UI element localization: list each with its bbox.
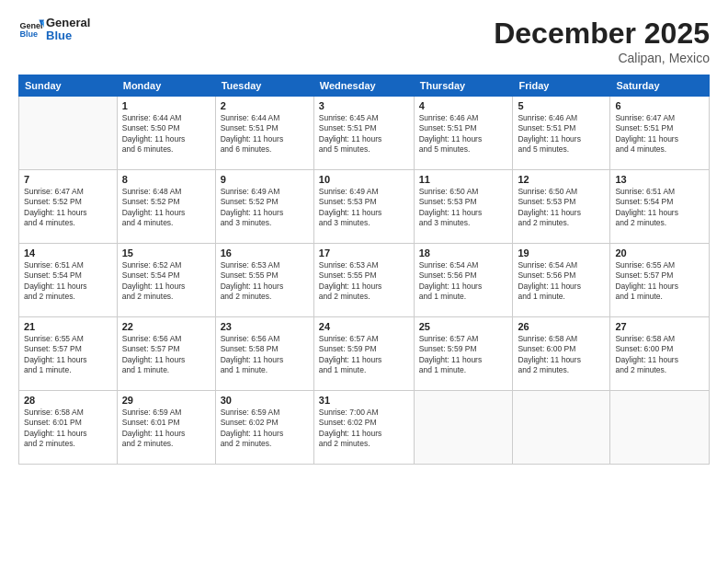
day-info: Sunrise: 6:59 AMSunset: 6:02 PMDaylight:…	[221, 408, 309, 450]
calendar-cell: 7Sunrise: 6:47 AMSunset: 5:52 PMDaylight…	[19, 170, 118, 244]
day-number: 4	[419, 100, 508, 111]
calendar-cell: 1Sunrise: 6:44 AMSunset: 5:50 PMDaylight…	[117, 97, 215, 170]
col-monday: Monday	[117, 75, 215, 97]
calendar-cell: 24Sunrise: 6:57 AMSunset: 5:59 PMDayligh…	[313, 317, 414, 391]
day-info: Sunrise: 6:50 AMSunset: 5:53 PMDaylight:…	[518, 187, 605, 229]
calendar-cell: 17Sunrise: 6:53 AMSunset: 5:55 PMDayligh…	[313, 244, 414, 317]
calendar-cell: 2Sunrise: 6:44 AMSunset: 5:51 PMDaylight…	[215, 97, 313, 170]
calendar-week-row: 28Sunrise: 6:58 AMSunset: 6:01 PMDayligh…	[19, 391, 710, 465]
day-info: Sunrise: 6:51 AMSunset: 5:54 PMDaylight:…	[615, 187, 704, 229]
title-block: December 2025 Calipan, Mexico	[494, 17, 710, 65]
col-saturday: Saturday	[610, 75, 710, 97]
day-number: 31	[319, 395, 409, 406]
logo-blue: Blue	[46, 29, 72, 42]
day-number: 16	[221, 247, 309, 259]
day-info: Sunrise: 6:46 AMSunset: 5:51 PMDaylight:…	[419, 113, 508, 155]
day-info: Sunrise: 6:58 AMSunset: 6:00 PMDaylight:…	[615, 334, 704, 376]
day-info: Sunrise: 6:58 AMSunset: 6:01 PMDaylight:…	[24, 408, 112, 450]
calendar-cell: 16Sunrise: 6:53 AMSunset: 5:55 PMDayligh…	[215, 244, 313, 317]
calendar-header-row: Sunday Monday Tuesday Wednesday Thursday…	[19, 75, 710, 97]
day-number: 30	[221, 395, 309, 406]
day-number: 24	[319, 321, 409, 332]
calendar-cell: 13Sunrise: 6:51 AMSunset: 5:54 PMDayligh…	[610, 170, 710, 244]
calendar-cell: 28Sunrise: 6:58 AMSunset: 6:01 PMDayligh…	[19, 391, 118, 465]
calendar-week-row: 7Sunrise: 6:47 AMSunset: 5:52 PMDaylight…	[19, 170, 710, 244]
day-info: Sunrise: 6:50 AMSunset: 5:53 PMDaylight:…	[419, 187, 508, 229]
calendar-cell: 3Sunrise: 6:45 AMSunset: 5:51 PMDaylight…	[313, 97, 414, 170]
calendar-cell: 14Sunrise: 6:51 AMSunset: 5:54 PMDayligh…	[19, 244, 118, 317]
logo-icon: General Blue	[18, 17, 44, 42]
day-number: 20	[615, 247, 704, 259]
day-info: Sunrise: 6:46 AMSunset: 5:51 PMDaylight:…	[518, 113, 605, 155]
calendar-cell	[19, 97, 118, 170]
day-number: 5	[518, 100, 605, 111]
svg-text:Blue: Blue	[19, 30, 38, 40]
day-info: Sunrise: 6:57 AMSunset: 5:59 PMDaylight:…	[319, 334, 409, 376]
day-number: 17	[319, 247, 409, 259]
day-number: 25	[419, 321, 508, 332]
day-number: 3	[319, 100, 409, 111]
col-wednesday: Wednesday	[313, 75, 414, 97]
calendar-cell: 19Sunrise: 6:54 AMSunset: 5:56 PMDayligh…	[513, 244, 610, 317]
day-info: Sunrise: 6:45 AMSunset: 5:51 PMDaylight:…	[319, 113, 409, 155]
day-info: Sunrise: 6:56 AMSunset: 5:58 PMDaylight:…	[221, 334, 309, 376]
calendar-cell: 27Sunrise: 6:58 AMSunset: 6:00 PMDayligh…	[610, 317, 710, 391]
calendar-cell: 11Sunrise: 6:50 AMSunset: 5:53 PMDayligh…	[414, 170, 513, 244]
day-number: 28	[24, 395, 112, 406]
calendar-cell: 8Sunrise: 6:48 AMSunset: 5:52 PMDaylight…	[117, 170, 215, 244]
calendar-cell: 15Sunrise: 6:52 AMSunset: 5:54 PMDayligh…	[117, 244, 215, 317]
day-info: Sunrise: 6:47 AMSunset: 5:52 PMDaylight:…	[24, 187, 112, 229]
calendar-cell: 9Sunrise: 6:49 AMSunset: 5:52 PMDaylight…	[215, 170, 313, 244]
day-info: Sunrise: 6:51 AMSunset: 5:54 PMDaylight:…	[24, 260, 112, 303]
calendar-table: Sunday Monday Tuesday Wednesday Thursday…	[18, 75, 710, 465]
calendar-cell: 29Sunrise: 6:59 AMSunset: 6:01 PMDayligh…	[117, 391, 215, 465]
day-number: 11	[419, 174, 508, 185]
day-info: Sunrise: 6:55 AMSunset: 5:57 PMDaylight:…	[24, 334, 112, 376]
day-number: 29	[122, 395, 210, 406]
day-info: Sunrise: 6:59 AMSunset: 6:01 PMDaylight:…	[122, 408, 210, 450]
location: Calipan, Mexico	[494, 51, 710, 65]
calendar-cell: 31Sunrise: 7:00 AMSunset: 6:02 PMDayligh…	[313, 391, 414, 465]
col-friday: Friday	[513, 75, 610, 97]
day-number: 15	[122, 247, 210, 259]
logo-general: General	[46, 16, 90, 29]
day-info: Sunrise: 6:57 AMSunset: 5:59 PMDaylight:…	[419, 334, 508, 376]
day-info: Sunrise: 6:49 AMSunset: 5:52 PMDaylight:…	[221, 187, 309, 229]
calendar-week-row: 14Sunrise: 6:51 AMSunset: 5:54 PMDayligh…	[19, 244, 710, 317]
calendar-cell: 20Sunrise: 6:55 AMSunset: 5:57 PMDayligh…	[610, 244, 710, 317]
calendar-cell	[610, 391, 710, 465]
day-info: Sunrise: 6:54 AMSunset: 5:56 PMDaylight:…	[518, 260, 605, 303]
day-number: 2	[221, 100, 309, 111]
day-number: 10	[319, 174, 409, 185]
calendar-cell: 26Sunrise: 6:58 AMSunset: 6:00 PMDayligh…	[513, 317, 610, 391]
calendar-cell: 22Sunrise: 6:56 AMSunset: 5:57 PMDayligh…	[117, 317, 215, 391]
calendar-cell: 10Sunrise: 6:49 AMSunset: 5:53 PMDayligh…	[313, 170, 414, 244]
day-info: Sunrise: 6:48 AMSunset: 5:52 PMDaylight:…	[122, 187, 210, 229]
day-info: Sunrise: 6:54 AMSunset: 5:56 PMDaylight:…	[419, 260, 508, 303]
day-number: 7	[24, 174, 112, 185]
day-info: Sunrise: 6:53 AMSunset: 5:55 PMDaylight:…	[319, 260, 409, 303]
calendar-cell: 30Sunrise: 6:59 AMSunset: 6:02 PMDayligh…	[215, 391, 313, 465]
day-number: 1	[122, 100, 210, 111]
calendar-cell	[414, 391, 513, 465]
page-header: General Blue General Blue December 2025 …	[18, 17, 710, 65]
calendar-cell: 5Sunrise: 6:46 AMSunset: 5:51 PMDaylight…	[513, 97, 610, 170]
day-number: 18	[419, 247, 508, 259]
day-number: 19	[518, 247, 605, 259]
day-info: Sunrise: 6:44 AMSunset: 5:50 PMDaylight:…	[122, 113, 210, 155]
day-info: Sunrise: 6:56 AMSunset: 5:57 PMDaylight:…	[122, 334, 210, 376]
calendar-cell: 23Sunrise: 6:56 AMSunset: 5:58 PMDayligh…	[215, 317, 313, 391]
day-number: 27	[615, 321, 704, 332]
day-number: 9	[221, 174, 309, 185]
calendar-week-row: 1Sunrise: 6:44 AMSunset: 5:50 PMDaylight…	[19, 97, 710, 170]
day-number: 21	[24, 321, 112, 332]
day-info: Sunrise: 7:00 AMSunset: 6:02 PMDaylight:…	[319, 408, 409, 450]
col-tuesday: Tuesday	[215, 75, 313, 97]
day-info: Sunrise: 6:52 AMSunset: 5:54 PMDaylight:…	[122, 260, 210, 303]
col-sunday: Sunday	[19, 75, 118, 97]
day-number: 13	[615, 174, 704, 185]
month-title: December 2025	[494, 17, 710, 51]
day-info: Sunrise: 6:55 AMSunset: 5:57 PMDaylight:…	[615, 260, 704, 303]
calendar-cell: 6Sunrise: 6:47 AMSunset: 5:51 PMDaylight…	[610, 97, 710, 170]
calendar-cell: 12Sunrise: 6:50 AMSunset: 5:53 PMDayligh…	[513, 170, 610, 244]
